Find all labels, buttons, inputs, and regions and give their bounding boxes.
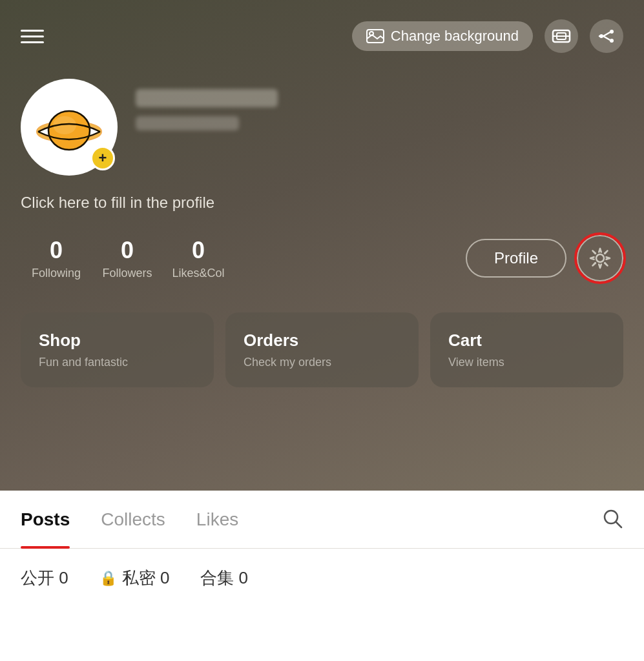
avatar-wrapper[interactable]: +: [21, 79, 118, 176]
share-icon: [597, 26, 616, 46]
hamburger-menu[interactable]: [21, 30, 44, 43]
svg-line-19: [616, 522, 621, 527]
username-area: [136, 89, 623, 139]
stats-row: 0 Following 0 Followers 0 Likes&Col Prof…: [21, 235, 623, 281]
scan-icon: [552, 28, 571, 45]
bottom-section: Posts Collects Likes 公开 0 🔒 私密 0 合集 0: [0, 491, 644, 661]
share-button[interactable]: [590, 19, 623, 53]
header-right: Change background: [352, 19, 623, 53]
header: Change background: [0, 0, 644, 53]
svg-point-5: [610, 30, 614, 34]
sub-tab-public[interactable]: 公开 0: [21, 567, 68, 589]
image-icon: [366, 29, 384, 43]
tabs-row: Posts Collects Likes: [0, 491, 644, 549]
stat-likes-col[interactable]: 0 Likes&Col: [163, 237, 234, 280]
username-bar-1: [136, 89, 278, 107]
sub-tab-collection[interactable]: 合集 0: [200, 567, 248, 589]
svg-point-7: [599, 34, 603, 38]
tab-search-button[interactable]: [601, 507, 623, 532]
cart-card[interactable]: Cart View items: [430, 312, 623, 387]
lock-icon: 🔒: [99, 570, 117, 587]
svg-point-17: [596, 254, 604, 262]
profile-area: + Click here to fill in the profile 0 Fo…: [0, 53, 644, 387]
fill-profile-prompt[interactable]: Click here to fill in the profile: [21, 194, 623, 212]
stat-followers[interactable]: 0 Followers: [92, 237, 163, 280]
gear-icon: [588, 246, 612, 270]
svg-point-6: [610, 39, 614, 43]
scan-button[interactable]: [545, 19, 578, 53]
stat-following[interactable]: 0 Following: [21, 237, 92, 280]
sub-tabs-row: 公开 0 🔒 私密 0 合集 0: [0, 549, 644, 589]
tab-posts[interactable]: Posts: [21, 491, 70, 549]
top-section: Change background: [0, 0, 644, 491]
svg-point-18: [605, 511, 618, 524]
stats-actions: Profile: [466, 235, 623, 281]
settings-button[interactable]: [577, 235, 623, 281]
tab-likes[interactable]: Likes: [196, 491, 238, 549]
orders-card[interactable]: Orders Check my orders: [225, 312, 419, 387]
profile-button[interactable]: Profile: [466, 239, 566, 278]
shop-card[interactable]: Shop Fun and fantastic: [21, 312, 214, 387]
tab-collects[interactable]: Collects: [101, 491, 165, 549]
cards-row: Shop Fun and fantastic Orders Check my o…: [21, 312, 623, 387]
add-photo-button[interactable]: +: [90, 146, 115, 170]
change-background-button[interactable]: Change background: [352, 21, 533, 51]
search-icon: [601, 507, 623, 529]
sub-tab-private[interactable]: 🔒 私密 0: [99, 567, 170, 589]
profile-top: +: [21, 79, 623, 176]
username-bar-2: [136, 116, 239, 130]
